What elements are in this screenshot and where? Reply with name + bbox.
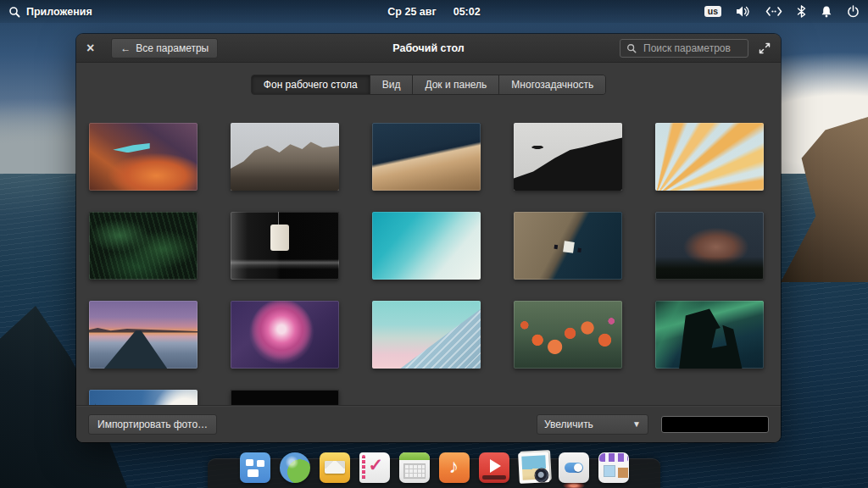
bottom-action-bar: Импортировать фото… Увеличить ▼ — [76, 405, 781, 442]
wallpaper-thumbnail-black[interactable] — [231, 390, 339, 405]
dock-item-appcenter[interactable] — [598, 452, 629, 483]
mail-icon — [320, 452, 350, 483]
scaling-mode-value: Увеличить — [544, 419, 593, 430]
tab-1[interactable]: Вид — [370, 75, 413, 94]
wallpaper-thumbnail-sunsetpier[interactable] — [89, 301, 198, 369]
dock-item-browser[interactable] — [280, 452, 310, 483]
expand-icon — [759, 42, 771, 54]
wallpaper-thumbnail-halfdome[interactable] — [655, 212, 764, 280]
keyboard-layout-indicator[interactable]: us — [704, 6, 721, 18]
dock-item-mail[interactable] — [320, 452, 350, 483]
tab-2[interactable]: Док и панель — [412, 75, 498, 94]
wallpaper-thumbnail-tulips[interactable] — [514, 301, 622, 369]
dock-item-photos[interactable] — [519, 452, 549, 483]
dock-icons — [208, 452, 660, 483]
calendar-icon — [399, 452, 430, 483]
wallpaper-thumbnail-fronds[interactable] — [655, 123, 764, 191]
back-arrow-icon: ← — [120, 42, 131, 54]
wallpaper-thumbnail-dahlia[interactable] — [231, 301, 339, 369]
videos-icon — [479, 452, 509, 483]
window-header: × ← Все параметры Рабочий стол — [76, 34, 781, 63]
back-button-label: Все параметры — [136, 42, 209, 54]
applications-label: Приложения — [26, 6, 92, 18]
wallpaper-thumbnail-skyclouds[interactable] — [89, 390, 198, 405]
dock-item-music[interactable] — [439, 452, 470, 483]
dock-item-workspaces[interactable] — [240, 452, 270, 483]
wallpaper-thumbnail-aerialcoast[interactable] — [514, 212, 622, 280]
tab-0[interactable]: Фон рабочего стола — [252, 75, 370, 94]
wallpaper-thumbnail-ferns[interactable] — [89, 212, 198, 280]
settings-icon — [559, 452, 589, 483]
scaling-mode-dropdown[interactable]: Увеличить ▼ — [537, 414, 648, 435]
top-panel: Приложения Ср 25 авг 05:02 us — [0, 0, 868, 23]
volume-icon[interactable] — [736, 5, 751, 18]
settings-window: × ← Все параметры Рабочий стол Фон рабоч… — [76, 34, 781, 442]
dock-item-tasks[interactable] — [359, 452, 390, 483]
background-color-swatch[interactable] — [661, 416, 769, 433]
music-icon — [439, 452, 470, 483]
tasks-icon — [359, 452, 390, 483]
dock-item-calendar[interactable] — [399, 452, 430, 483]
wallpaper-thumbnail-seaarch[interactable] — [655, 301, 764, 369]
wallpaper-thumbnail-birdhill[interactable] — [514, 123, 622, 191]
power-icon[interactable] — [847, 5, 860, 18]
tab-3[interactable]: Многозадачность — [498, 75, 605, 94]
chevron-down-icon: ▼ — [632, 419, 641, 429]
wallpaper-thumbnail-wooddock[interactable] — [372, 123, 481, 191]
wallpaper-grid — [76, 123, 781, 405]
notifications-icon[interactable] — [821, 5, 832, 18]
view-switcher: Фон рабочего столаВидДок и панельМногоза… — [251, 75, 606, 95]
wallpaper-thumbnail-skyscraper[interactable] — [372, 301, 481, 369]
network-icon[interactable] — [765, 6, 782, 17]
fullscreen-button[interactable] — [759, 42, 771, 54]
dock-item-settings[interactable] — [559, 452, 589, 483]
workspaces-icon — [240, 452, 270, 483]
close-button[interactable]: × — [86, 42, 94, 55]
dock — [208, 449, 660, 488]
wallpaper-thumbnail-canyon[interactable] — [89, 123, 198, 191]
wallpaper-thumbnail-lantern[interactable] — [231, 212, 339, 280]
wallpaper-thumbnail-turquoise[interactable] — [372, 212, 481, 280]
settings-search[interactable] — [620, 39, 748, 58]
settings-search-input[interactable] — [642, 42, 742, 55]
desktop: Приложения Ср 25 авг 05:02 us — [0, 0, 868, 488]
import-photo-label: Импортировать фото… — [97, 419, 208, 430]
photos-icon — [518, 452, 550, 484]
panel-date[interactable]: Ср 25 авг — [387, 6, 436, 18]
search-icon — [8, 6, 20, 18]
bluetooth-icon[interactable] — [797, 5, 806, 18]
search-icon — [626, 43, 637, 53]
import-photo-button[interactable]: Импортировать фото… — [88, 414, 217, 435]
dock-item-videos[interactable] — [479, 452, 509, 483]
panel-time[interactable]: 05:02 — [453, 6, 481, 18]
appcenter-icon — [598, 452, 629, 483]
applications-menu[interactable]: Приложения — [8, 6, 92, 18]
wallpaper-thumbnail-snowy[interactable] — [231, 123, 339, 191]
back-button[interactable]: ← Все параметры — [111, 38, 218, 58]
browser-icon — [280, 452, 310, 483]
